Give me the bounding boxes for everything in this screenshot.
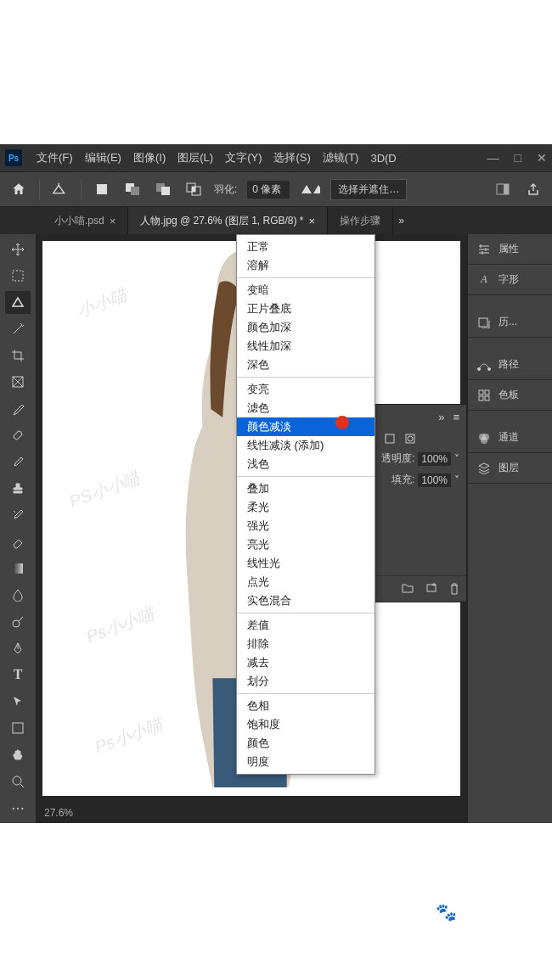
baidu-watermark: Bai 🐾 度 经验 jingyan.baidu.com [395,894,535,939]
blend-mode-item[interactable]: 变暗 [237,281,375,300]
pen-tool[interactable] [5,636,31,659]
blend-mode-item[interactable]: 线性光 [237,554,375,573]
blend-mode-item[interactable]: 点光 [237,573,375,591]
eyedropper-tool[interactable] [5,397,31,420]
move-tool[interactable] [5,238,31,260]
blend-mode-item[interactable]: 实色混合 [237,591,375,610]
blend-mode-item[interactable]: 溶解 [237,256,375,275]
blend-mode-item[interactable]: 正常 [237,238,375,256]
panel-paths[interactable]: 路径 [468,350,552,380]
menu-layer[interactable]: 图层(L) [172,150,219,165]
lasso-tool[interactable] [5,291,31,314]
panel-swatches[interactable]: 色板 [468,380,552,411]
hand-tool[interactable] [5,743,31,766]
blend-mode-item[interactable]: 明度 [237,753,375,771]
blend-mode-item[interactable]: 强光 [237,517,375,535]
tab-close-icon[interactable]: × [110,215,116,227]
frame-tool[interactable] [5,371,31,394]
menu-select[interactable]: 选择(S) [268,150,316,165]
menu-edit[interactable]: 编辑(E) [79,150,127,165]
antialias-icon[interactable] [300,179,320,199]
opacity-value[interactable]: 100% [418,452,451,466]
opacity-label: 透明度: [381,451,414,466]
blend-mode-item[interactable]: 正片叠底 [237,300,375,318]
menu-type[interactable]: 文字(Y) [219,150,268,165]
shape-tool[interactable] [5,716,31,739]
blend-mode-item[interactable]: 颜色加深 [237,318,375,337]
fill-value[interactable]: 100% [418,473,451,487]
dodge-tool[interactable] [5,610,31,633]
blend-mode-item[interactable]: 颜色 [237,734,375,753]
feather-input[interactable]: 0 像素 [247,181,290,199]
blend-mode-item[interactable]: 深色 [237,356,375,374]
menu-file[interactable]: 文件(F) [31,150,79,165]
close-icon[interactable]: ✕ [537,151,547,165]
marquee-tool[interactable] [5,264,31,287]
blend-mode-item[interactable]: 变亮 [237,380,375,399]
panel-menu-icon[interactable]: ≡ [453,411,459,423]
maximize-icon[interactable]: □ [515,151,521,165]
panel-properties[interactable]: 属性 [468,234,552,265]
svg-point-26 [481,437,487,444]
menu-filter[interactable]: 滤镜(T) [317,150,365,165]
blend-mode-item[interactable]: 滤色 [237,399,375,417]
select-and-mask-button[interactable]: 选择并遮住… [330,179,407,200]
toolbox-more-icon[interactable]: ⋯ [5,797,31,820]
lasso-tool-indicator-icon[interactable] [50,179,70,199]
blend-mode-item[interactable]: 线性加深 [237,337,375,356]
mask-icon[interactable] [404,433,416,445]
panel-layers[interactable]: 图层 [468,453,552,484]
blur-tool[interactable] [5,584,31,607]
blend-mode-item[interactable]: 浅色 [237,455,375,473]
blend-mode-item[interactable]: 线性减淡 (添加) [237,436,375,455]
blend-mode-item-highlighted[interactable]: 颜色减淡 [237,417,375,436]
minimize-icon[interactable]: ― [487,151,499,165]
tab-overflow-icon[interactable]: » [398,215,404,227]
doc-tab-0[interactable]: 小小喵.psd × [42,207,128,234]
type-tool[interactable]: T [5,664,31,686]
new-layer-icon[interactable] [425,583,437,595]
doc-tab-2[interactable]: 操作步骤 [328,207,393,234]
crop-tool[interactable] [5,344,31,367]
toolbox: T ⋯ [0,234,36,823]
path-select-tool[interactable] [5,690,31,713]
trash-icon[interactable] [449,583,459,595]
selection-new-icon[interactable] [92,179,112,199]
blend-mode-item[interactable]: 叠加 [237,479,375,498]
zoom-tool[interactable] [5,770,31,792]
blend-mode-item[interactable]: 划分 [237,672,375,691]
panel-glyphs[interactable]: A字形 [468,265,552,295]
selection-subtract-icon[interactable] [153,179,173,199]
menu-3d[interactable]: 3D(D [364,152,402,165]
doc-tab-1[interactable]: 人物.jpg @ 27.6% (图层 1, RGB/8) * × [128,207,328,234]
eraser-tool[interactable] [5,530,31,553]
blend-mode-item[interactable]: 排除 [237,635,375,653]
blend-mode-item[interactable]: 差值 [237,616,375,635]
tab-close-icon[interactable]: × [309,215,316,227]
home-icon[interactable] [8,179,29,199]
heal-tool[interactable] [5,424,31,447]
blend-mode-item[interactable]: 柔光 [237,498,375,517]
history-brush-tool[interactable] [5,504,31,527]
stamp-tool[interactable] [5,477,31,500]
selection-intersect-icon[interactable] [183,179,204,199]
blend-mode-item[interactable]: 亮光 [237,535,375,554]
gradient-tool[interactable] [5,557,31,580]
blend-mode-item[interactable]: 色相 [237,697,375,715]
share-icon[interactable] [523,179,544,199]
menu-image[interactable]: 图像(I) [127,150,172,165]
panel-overflow-icon[interactable]: » [438,411,444,423]
blend-mode-item[interactable]: 减去 [237,653,375,672]
folder-icon[interactable] [402,583,414,595]
panel-label: 路径 [498,357,519,372]
doc-tab-label: 操作步骤 [340,214,380,228]
brush-tool[interactable] [5,451,31,473]
panel-history[interactable]: 历... [468,307,552,338]
panel-channels[interactable]: 通道 [468,423,552,453]
panel-toggle-icon[interactable] [493,179,513,199]
wand-tool[interactable] [5,317,31,340]
panel-label: 色板 [498,388,519,402]
bounds-icon[interactable] [384,433,396,445]
selection-add-icon[interactable] [122,179,143,199]
blend-mode-item[interactable]: 饱和度 [237,715,375,734]
